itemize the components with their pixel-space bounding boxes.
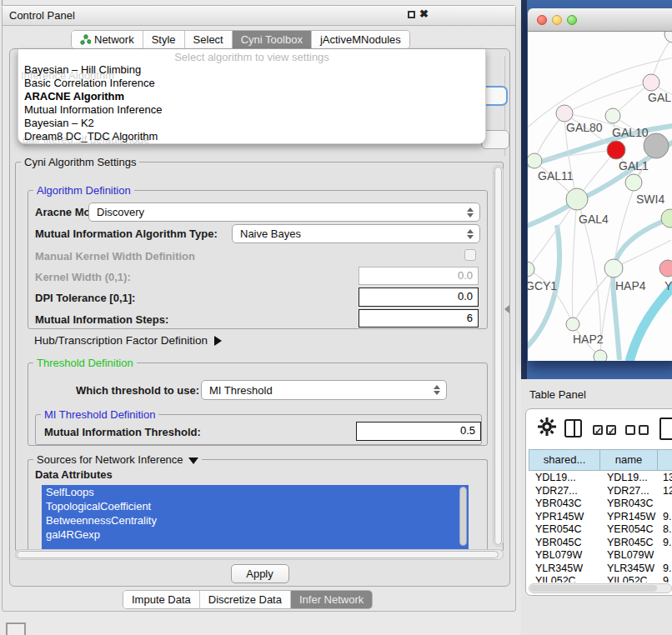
network-node-gal4[interactable] <box>566 188 588 210</box>
table-cell: YBR045C <box>600 537 659 550</box>
dock-widget-icon[interactable] <box>6 622 26 635</box>
which-threshold-label: Which threshold to use: <box>76 384 199 397</box>
manual-kernel-checkbox[interactable] <box>464 249 476 261</box>
node-label: GAL10 <box>612 126 649 139</box>
algorithm-option-bayesian-k2[interactable]: Bayesian – K2 <box>18 117 485 130</box>
tab-select[interactable]: Select <box>185 31 233 48</box>
network-node-swi4[interactable] <box>625 174 642 191</box>
mi-steps-label: Mutual Information Steps: <box>35 313 168 326</box>
table-row[interactable]: YIL052CYIL052C9 <box>529 575 672 582</box>
float-window-icon[interactable] <box>408 11 415 18</box>
network-node-gal80[interactable] <box>556 105 573 122</box>
network-node[interactable] <box>594 350 607 361</box>
algorithm-option-bayesian-hill-climbing[interactable]: Bayesian – Hill Climbing <box>18 63 485 77</box>
algorithm-option-dream8-dc-tdc-algorithm[interactable]: Dream8 DC_TDC Algorithm <box>18 130 485 143</box>
table-cell: YBL079W <box>600 549 659 562</box>
table-horizontal-scrollbar[interactable] <box>529 583 672 593</box>
node-label: HAP2 <box>573 332 604 346</box>
data-attributes-label: Data Attributes <box>35 468 113 481</box>
table-row[interactable]: YBL079WYBL079W <box>529 549 672 562</box>
minimize-traffic-light-icon[interactable] <box>552 15 562 25</box>
network-edges-thick <box>528 125 672 360</box>
network-node-y[interactable] <box>659 260 672 277</box>
table-row[interactable]: YDL19...YDL19...13 <box>529 472 672 485</box>
network-window-titlebar[interactable] <box>528 8 672 32</box>
kernel-width-field[interactable]: 0.0 <box>359 267 479 285</box>
zoom-traffic-light-icon[interactable] <box>567 15 577 25</box>
aracne-mode-select[interactable]: Discovery <box>88 202 480 222</box>
table-rows: YDL19...YDL19...13YDR27...YDR27...12YBR0… <box>529 472 672 582</box>
attribute-item-topologicalcoefficient[interactable]: TopologicalCoefficient <box>42 499 469 513</box>
close-traffic-light-icon[interactable] <box>537 15 547 25</box>
gear-icon[interactable] <box>538 418 556 436</box>
network-node-gal1[interactable] <box>607 141 625 159</box>
tab-label: Select <box>193 33 223 46</box>
network-node-hap4[interactable] <box>604 259 623 278</box>
attribute-item-selfloops[interactable]: SelfLoops <box>42 485 469 499</box>
column-header-a[interactable]: A <box>657 449 672 471</box>
cyni-algorithm-settings-group: Cyni Algorithm Settings Algorithm Defini… <box>15 162 504 552</box>
table-row[interactable]: YLR345WYLR345W9. <box>529 562 672 576</box>
network-node-gal10[interactable] <box>605 108 620 123</box>
bottom-tabs: Impute DataDiscretize DataInfer Network <box>123 590 373 609</box>
network-node-gal[interactable] <box>643 74 659 91</box>
tab-infer-network[interactable]: Infer Network <box>291 591 372 608</box>
algorithm-option-mutual-information-inference[interactable]: Mutual Information Inference <box>18 103 485 117</box>
table-cell: YDL19... <box>529 472 600 485</box>
scrollbar-thumb[interactable] <box>530 585 657 592</box>
tab-impute-data[interactable]: Impute Data <box>123 591 200 608</box>
network-canvas[interactable]: GALGAL80GAL10GAL1GAL11SWI4GAL4GCY1HAP4YH… <box>528 32 672 361</box>
mi-threshold-field[interactable]: 0.5 <box>356 422 481 441</box>
dpi-tolerance-field[interactable]: 0.0 <box>359 288 479 307</box>
data-attributes-list[interactable]: SelfLoopsTopologicalCoefficientBetweenne… <box>42 485 469 549</box>
horizontal-scrollbar[interactable] <box>15 549 504 560</box>
scrollbar-thumb[interactable] <box>17 551 499 558</box>
apply-button[interactable]: Apply <box>231 564 289 583</box>
hub-definition-toggle[interactable]: Hub/Transcription Factor Definition <box>34 334 222 347</box>
tab-jactivemnodules[interactable]: jActiveMNodules <box>312 31 409 48</box>
network-node[interactable] <box>664 32 672 42</box>
mi-steps-field[interactable]: 6 <box>359 309 479 328</box>
table-cell: 13 <box>659 472 672 485</box>
unchecked-box-icon[interactable] <box>639 425 649 435</box>
sources-group-title[interactable]: Sources for Network Inference <box>33 453 202 466</box>
network-node-hap2[interactable] <box>566 318 579 331</box>
table-row[interactable]: YDR27...YDR27...12 <box>529 485 672 498</box>
attribute-item-betweennesscentrality[interactable]: BetweennessCentrality <box>42 513 469 528</box>
tab-discretize-data[interactable]: Discretize Data <box>200 591 291 608</box>
list-scrollbar[interactable] <box>459 487 467 546</box>
panel-divider-handle-icon[interactable] <box>504 305 509 313</box>
checked-box-icon[interactable]: ✓ <box>593 425 603 435</box>
column-header-name[interactable]: name <box>599 449 658 471</box>
table-row[interactable]: YBR043CYBR043C <box>529 498 672 511</box>
close-icon[interactable]: ✖ <box>419 8 429 20</box>
column-header-shared[interactable]: shared... <box>529 449 600 471</box>
document-icon[interactable] <box>659 418 672 440</box>
checked-box-icon[interactable]: ✓ <box>606 425 616 435</box>
which-threshold-select[interactable]: MI Threshold <box>201 380 447 400</box>
tab-style[interactable]: Style <box>143 31 185 48</box>
mi-type-select[interactable]: Naive Bayes <box>232 224 480 243</box>
algorithm-option-basic-correlation-inference[interactable]: Basic Correlation Inference <box>18 77 485 90</box>
table-cell: YDL19... <box>600 472 659 485</box>
tab-cyni-toolbox[interactable]: Cyni Toolbox <box>233 31 312 48</box>
table-row[interactable]: YBR045CYBR045C9. <box>529 537 672 550</box>
split-columns-icon[interactable] <box>564 419 582 438</box>
network-node[interactable] <box>644 133 669 158</box>
network-node-gal11[interactable] <box>528 153 542 168</box>
network-view-window: GALGAL80GAL10GAL1GAL11SWI4GAL4GCY1HAP4YH… <box>528 8 672 361</box>
scrollbar-thumb[interactable] <box>494 167 502 545</box>
table-cell: YLR345W <box>600 562 659 576</box>
algorithm-option-aracne-algorithm[interactable]: ARACNE Algorithm <box>18 90 485 103</box>
tab-network[interactable]: Network <box>72 31 143 48</box>
network-node[interactable] <box>661 209 672 228</box>
node-table-card: ✓ ✓ shared...nameA YDL19...YDL19...13YDR… <box>525 408 672 596</box>
node-label: SWI4 <box>636 192 664 206</box>
table-row[interactable]: YER054CYER054C8. <box>529 523 672 537</box>
table-row[interactable]: YPR145WYPR145W9. <box>529 511 672 524</box>
unchecked-box-icon[interactable] <box>625 425 635 435</box>
network-node-gcy1[interactable] <box>528 262 534 277</box>
table-cell: YBL079W <box>529 549 600 562</box>
vertical-scrollbar[interactable] <box>493 165 504 547</box>
attribute-item-gal4rgexp[interactable]: gal4RGexp <box>42 528 469 542</box>
